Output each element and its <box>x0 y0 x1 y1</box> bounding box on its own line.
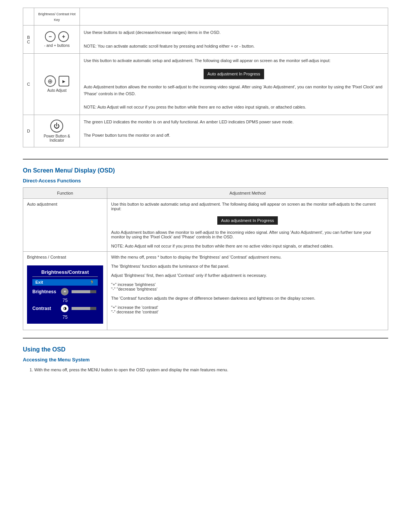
osd-exit-row: Exit 🏃 <box>32 279 98 286</box>
accessing-menu-list: With the menu off, press the MENU button… <box>34 366 388 374</box>
minus-plus-icon <box>37 31 76 42</box>
adj-auto-line1: Use this button to activate automatic se… <box>111 202 384 211</box>
table-row: Brightness / Contrast Brightness/Contras… <box>23 251 388 330</box>
auto-button2-icon <box>59 76 69 86</box>
adj-bc-line1: With the menu off, press * button to dis… <box>111 255 384 259</box>
osd-brightness-value: 75 <box>32 298 98 303</box>
osd-contrast-row: Contrast ◑ <box>32 305 98 312</box>
osd-preview-title: Brightness/Contrast <box>32 269 98 277</box>
header-brightness-hot-key: Brightness/ Contrast Hot Key <box>38 12 75 22</box>
c-desc1: Use this button to activate automatic se… <box>84 58 384 64</box>
auto-button-icon <box>45 75 56 87</box>
auto-adjust-label: Auto Adjust <box>37 88 76 93</box>
d-desc2: The Power button turns the monitor on an… <box>84 132 384 139</box>
divider-2 <box>23 338 388 339</box>
osd-section: On Screen Menu/ Display (OSD) Direct-Acc… <box>23 167 388 330</box>
adj-bc-line6: "+" increase the 'contrast'"-" decrease … <box>111 305 384 314</box>
osd-brightness-row: Brightness ☀ <box>32 288 98 296</box>
row-label-c: C <box>23 54 34 115</box>
power-button-label: Power Button & Indicator <box>37 134 76 142</box>
fn-brightness-contrast: Brightness / Contrast Brightness/Contras… <box>23 251 107 330</box>
c-desc3: NOTE: Auto Adjust will not occur if you … <box>84 104 384 111</box>
direct-access-table: Function Adjustment Method Auto adjustme… <box>23 187 388 330</box>
bc-desc1: Use these buttons to adjust (decrease/in… <box>84 29 384 36</box>
using-osd-title: Using the OSD <box>23 346 388 353</box>
osd-exit-label: Exit <box>35 280 43 284</box>
plus-button-icon <box>58 31 69 42</box>
fn-bc-label: Brightness / Contrast <box>27 255 103 259</box>
table-header-adjustment: Adjustment Method <box>107 187 388 198</box>
using-osd-section: Using the OSD Accessing the Menu System … <box>23 346 388 374</box>
auto-adjust-banner-table: Auto adjustment In Progress <box>217 216 278 225</box>
bc-desc2: NOTE: You can activate automatic scroll … <box>84 43 384 50</box>
accessing-menu-step1: With the menu off, press the MENU button… <box>34 366 388 374</box>
power-icon <box>50 120 63 133</box>
adj-bc-line2: The 'Brightness' function adjusts the lu… <box>111 264 384 268</box>
osd-brightness-label: Brightness <box>32 289 61 294</box>
contrast-icon: ◑ <box>61 305 68 312</box>
minus-button-icon <box>45 31 56 42</box>
adj-auto-line2: Auto Adjustment button allows the monito… <box>111 230 384 239</box>
adj-bc-line4: "+" increase 'brightness'"-" "decrease '… <box>111 282 384 291</box>
c-desc2: Auto Adjustment button allows the monito… <box>84 84 384 97</box>
osd-contrast-label: Contrast <box>32 306 61 311</box>
adj-auto-adjustment: Use this button to activate automatic se… <box>107 198 388 251</box>
d-desc1: The green LED indicates the monitor is o… <box>84 119 384 126</box>
top-table: Brightness/ Contrast Hot Key BC - and + … <box>23 8 388 147</box>
osd-exit-icon: 🏃 <box>89 280 95 285</box>
adj-auto-line3: NOTE: Auto Adjust will not occur if you … <box>111 244 384 248</box>
auto-adjust-icon <box>37 75 76 87</box>
table-row: Auto adjustment Use this button to activ… <box>23 198 388 251</box>
brightness-icon: ☀ <box>61 288 68 296</box>
adj-brightness-contrast: With the menu off, press * button to dis… <box>107 251 388 330</box>
row-label-d: D <box>23 115 34 147</box>
osd-contrast-value: 75 <box>32 315 98 320</box>
osd-section-title: On Screen Menu/ Display (OSD) <box>23 167 388 174</box>
adj-bc-line3: Adjust 'Brightness' first, then adjust '… <box>111 273 384 278</box>
auto-adjust-banner-top: Auto adjustment In Progress <box>204 69 264 80</box>
osd-contrast-bar <box>72 307 96 310</box>
fn-auto-adjustment: Auto adjustment <box>23 198 107 251</box>
adj-bc-line5: The 'Contrast' function adjusts the degr… <box>111 296 384 300</box>
osd-brightness-bar <box>72 290 96 293</box>
divider-1 <box>23 159 388 160</box>
power-button-icon <box>37 120 76 133</box>
table-header-function: Function <box>23 187 107 198</box>
direct-access-title: Direct-Access Functions <box>23 178 388 184</box>
osd-preview: Brightness/Contrast Exit 🏃 Brightness ☀ <box>27 265 103 324</box>
minus-plus-label: - and + buttons <box>37 43 76 48</box>
row-label-bc: BC <box>23 26 34 54</box>
accessing-menu-title: Accessing the Menu System <box>23 357 388 363</box>
